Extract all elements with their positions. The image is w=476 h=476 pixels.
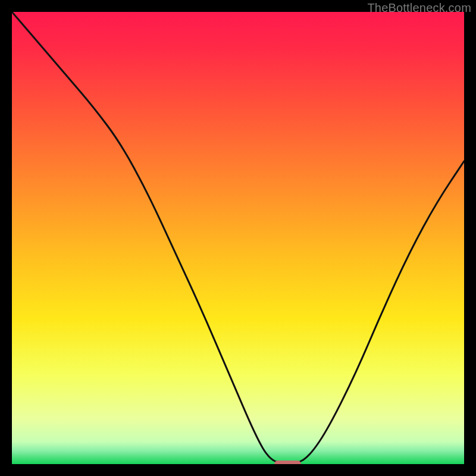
plot-area — [12, 12, 464, 464]
optimum-marker — [274, 461, 302, 464]
curve-layer — [12, 12, 464, 464]
chart-stage: TheBottleneck.com — [0, 0, 476, 476]
bottleneck-curve — [12, 12, 464, 464]
